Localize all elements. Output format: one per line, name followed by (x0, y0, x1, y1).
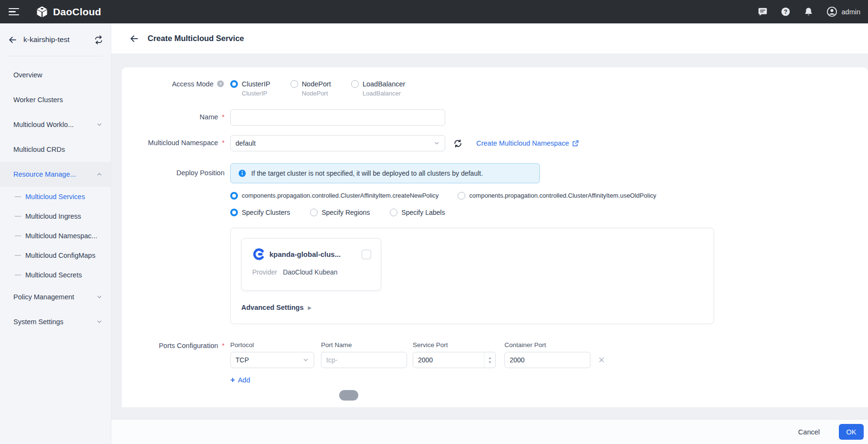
number-stepper[interactable]: ▲ ▼ (484, 352, 495, 368)
chevron-down-icon (433, 140, 440, 147)
radio-selected-icon[interactable] (230, 80, 238, 88)
dash-icon (15, 275, 21, 275)
chevron-down-icon (302, 357, 309, 363)
specify-option-clusters[interactable]: Specify Clusters (230, 208, 290, 216)
sidebar-item-multicloud-workloads[interactable]: Multicloud Worklo... (0, 112, 111, 137)
deploy-alert-text: If the target cluster is not specified, … (251, 169, 483, 177)
specify-option-labels[interactable]: Specify Labels (390, 208, 445, 216)
sidebar-item-worker-clusters[interactable]: Worker Clusters (0, 87, 111, 112)
session-toggle-partial[interactable] (339, 390, 358, 401)
namespace-select[interactable]: default (230, 135, 445, 151)
sidebar-item-policy-management[interactable]: Policy Management (0, 285, 111, 309)
current-cluster-name: k-kairship-test (23, 35, 88, 44)
ports-configuration-row: Ports Configuration* Portocol Port Name … (122, 341, 868, 401)
access-mode-option-loadbalancer[interactable]: LoadBalancer LoadBalancer (351, 80, 406, 97)
namespace-label: Multicloud Namespace* (122, 135, 225, 147)
service-port-field: ▲ ▼ (413, 352, 496, 368)
policy-options: components.propagation.controlled.Cluste… (230, 191, 714, 200)
sidebar-item-system-settings[interactable]: System Settings (0, 309, 111, 334)
sidebar-header: k-kairship-test (0, 23, 111, 56)
sidebar-item-multicloud-crds[interactable]: Multicloud CRDs (0, 137, 111, 162)
radio-icon[interactable] (290, 80, 298, 88)
remove-port-row-icon[interactable]: ✕ (598, 356, 605, 364)
cluster-checkbox[interactable] (362, 250, 371, 259)
service-port-input[interactable] (413, 352, 496, 368)
notifications-bell-icon[interactable] (804, 7, 814, 17)
field-help-icon[interactable]: ? (216, 80, 225, 88)
cluster-card-kpanda-global[interactable]: kpanda-global-clus... Provider DaoCloud … (241, 238, 381, 291)
sidebar-item-multicloud-namespaces[interactable]: Multicloud Namespac... (0, 226, 111, 245)
chevron-down-icon (96, 294, 103, 300)
footer-action-bar: Cancel OK (111, 419, 868, 444)
radio-selected-icon[interactable] (230, 192, 238, 200)
create-namespace-link[interactable]: Create Multicloud Namespace (476, 139, 579, 147)
deploy-position-label: Deploy Position (122, 163, 225, 177)
radio-selected-icon[interactable] (230, 209, 238, 216)
dash-icon (15, 255, 21, 256)
policy-option-use-old[interactable]: components.propagation.controlled.Cluste… (458, 191, 656, 200)
radio-icon[interactable] (351, 80, 359, 88)
help-icon[interactable]: ? (781, 7, 791, 17)
policy-option-create-new[interactable]: components.propagation.controlled.Cluste… (230, 191, 439, 200)
advanced-settings-toggle[interactable]: Advanced Settings ▶ (241, 304, 703, 311)
deploy-info-alert: If the target cluster is not specified, … (230, 163, 540, 183)
ports-row: TCP ▲ ▼ (230, 352, 605, 368)
brand: DaoCloud (35, 5, 101, 19)
switch-cluster-icon[interactable] (94, 35, 103, 44)
content-body: Access Mode ? ClusterIP ClusterIP (111, 53, 868, 444)
page-title: Create Multicloud Service (148, 34, 244, 43)
dash-icon (15, 216, 21, 217)
main-content: Create Multicloud Service Access Mode ? (111, 23, 868, 444)
access-mode-label: Access Mode ? (122, 80, 225, 88)
protocol-selected-value: TCP (236, 356, 249, 364)
namespace-selected-value: default (236, 139, 256, 147)
dash-icon (15, 196, 21, 197)
deploy-position-row: Deploy Position If the target cluster is… (122, 163, 868, 324)
access-mode-row: Access Mode ? ClusterIP ClusterIP (122, 80, 868, 97)
sidebar-item-multicloud-ingress[interactable]: Multicloud Ingress (0, 206, 111, 226)
sidebar-back-icon[interactable] (8, 35, 17, 44)
sidebar-item-overview[interactable]: Overview (0, 63, 111, 87)
container-port-input[interactable] (504, 352, 590, 368)
specify-options: Specify Clusters Specify Regions Specify… (230, 208, 714, 216)
cluster-selection-panel: kpanda-global-clus... Provider DaoCloud … (230, 228, 714, 324)
page-header: Create Multicloud Service (111, 23, 868, 53)
info-icon (238, 169, 246, 178)
chevron-up-icon (96, 171, 103, 178)
messages-icon[interactable] (758, 7, 768, 17)
provider-value: DaoCloud Kubean (283, 268, 337, 276)
ports-configuration-label: Ports Configuration* (122, 341, 225, 349)
specify-option-regions[interactable]: Specify Regions (310, 208, 370, 216)
name-input[interactable] (230, 109, 445, 126)
user-menu[interactable]: admin (826, 6, 861, 17)
port-name-column-header: Port Name (321, 341, 413, 349)
protocol-column-header: Portocol (230, 341, 321, 349)
refresh-namespaces-icon[interactable] (453, 138, 463, 148)
sidebar-item-multicloud-services[interactable]: Multicloud Services (0, 187, 111, 206)
sidebar-item-resource-management[interactable]: Resource Manage... (0, 162, 111, 187)
name-row: Name* (122, 109, 868, 126)
provider-label: Provider (252, 268, 277, 276)
radio-icon[interactable] (458, 192, 465, 200)
access-mode-option-clusterip[interactable]: ClusterIP ClusterIP (230, 80, 270, 97)
port-name-input[interactable] (321, 352, 407, 368)
add-port-row-button[interactable]: + Add (230, 376, 605, 384)
cluster-name-text: kpanda-global-clus... (269, 250, 357, 258)
page-back-icon[interactable] (129, 34, 139, 43)
menu-toggle-icon[interactable] (9, 8, 19, 16)
brand-name: DaoCloud (53, 6, 101, 18)
radio-icon[interactable] (390, 209, 397, 216)
radio-icon[interactable] (310, 209, 318, 216)
sidebar-item-multicloud-secrets[interactable]: Multicloud Secrets (0, 265, 111, 285)
protocol-select[interactable]: TCP (230, 352, 314, 368)
cancel-button[interactable]: Cancel (793, 425, 825, 439)
stepper-up-icon[interactable]: ▲ (488, 356, 492, 359)
stepper-down-icon[interactable]: ▼ (488, 360, 492, 364)
daocloud-logo-icon (35, 5, 49, 19)
sidebar-item-multicloud-configmaps[interactable]: Multicloud ConfigMaps (0, 245, 111, 265)
access-mode-option-nodeport[interactable]: NodePort NodePort (290, 80, 331, 97)
cluster-icon (252, 248, 265, 261)
topbar-right: ? admin (758, 6, 861, 17)
ok-button[interactable]: OK (839, 424, 864, 440)
ports-column-headers: Portocol Port Name Service Port Containe… (230, 341, 605, 349)
